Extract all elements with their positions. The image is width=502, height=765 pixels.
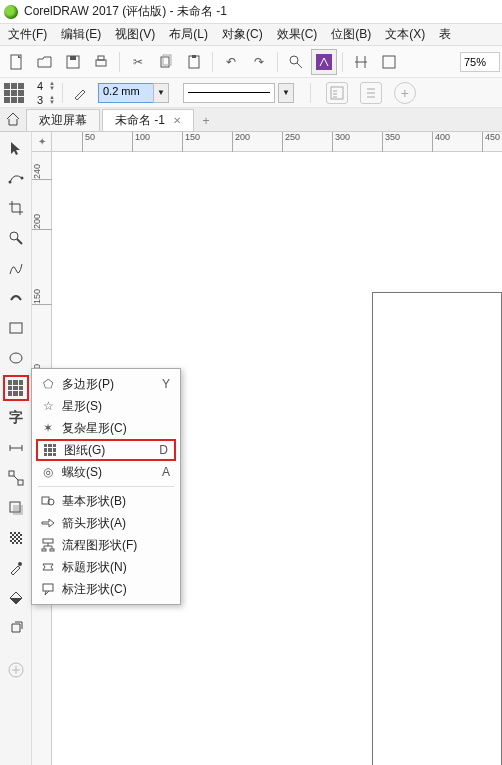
arrow-shapes-icon [38, 516, 58, 530]
interactive-fill-tool[interactable] [4, 586, 28, 610]
menu-item-label: 螺纹(S) [62, 464, 154, 481]
menu-item-flowchart-shapes[interactable]: 流程图形状(F) [32, 534, 180, 556]
menu-item-polygon[interactable]: ⬠ 多边形(P) Y [32, 373, 180, 395]
artistic-media-tool[interactable] [4, 286, 28, 310]
object-properties-button[interactable] [360, 82, 382, 104]
parallel-dimension-tool[interactable] [4, 436, 28, 460]
crop-tool[interactable] [4, 196, 28, 220]
svg-point-37 [18, 562, 22, 566]
save-button[interactable] [60, 49, 86, 75]
svg-rect-8 [192, 55, 196, 58]
horizontal-ruler[interactable]: 50 100 150 200 250 300 350 400 450 [52, 132, 502, 152]
menu-item-banner-shapes[interactable]: 标题形状(N) [32, 556, 180, 578]
tab-close-icon[interactable]: ✕ [173, 115, 181, 126]
svg-rect-33 [13, 505, 23, 515]
spiral-icon: ◎ [38, 465, 58, 479]
freehand-tool[interactable] [4, 256, 28, 280]
paste-button[interactable] [181, 49, 207, 75]
window-title: CorelDRAW 2017 (评估版) - 未命名 -1 [24, 3, 227, 20]
align-button[interactable] [348, 49, 374, 75]
quick-customize-button[interactable] [4, 658, 28, 682]
drop-shadow-tool[interactable] [4, 496, 28, 520]
ruler-origin-icon[interactable]: ✦ [32, 132, 52, 152]
svg-rect-3 [96, 60, 106, 66]
new-button[interactable] [4, 49, 30, 75]
tab-document[interactable]: 未命名 -1✕ [102, 109, 194, 131]
print-button[interactable] [88, 49, 114, 75]
hruler-tick: 100 [132, 132, 150, 152]
outline-width-dropdown-icon[interactable]: ▼ [153, 83, 169, 103]
menu-table[interactable]: 表 [439, 26, 451, 43]
document-tabs: 欢迎屏幕 未命名 -1✕ + [0, 108, 502, 132]
home-tab-icon[interactable] [0, 107, 26, 131]
menu-layout[interactable]: 布局(L) [169, 26, 208, 43]
cols-down-icon[interactable]: ▼ [49, 86, 55, 91]
zoom-tool[interactable] [4, 226, 28, 250]
svg-point-9 [290, 56, 298, 64]
publish-button[interactable] [311, 49, 337, 75]
svg-rect-43 [43, 539, 53, 543]
tab-welcome[interactable]: 欢迎屏幕 [26, 109, 100, 131]
pick-tool[interactable] [4, 136, 28, 160]
shape-tool[interactable] [4, 166, 28, 190]
grid-cols-value[interactable]: 4 [32, 80, 48, 92]
connector-tool[interactable] [4, 466, 28, 490]
svg-rect-29 [9, 471, 14, 476]
options-button[interactable] [376, 49, 402, 75]
add-button[interactable]: + [394, 82, 416, 104]
new-tab-button[interactable]: + [196, 111, 216, 131]
open-button[interactable] [32, 49, 58, 75]
outline-width-input[interactable]: 0.2 mm [98, 83, 154, 103]
menu-object[interactable]: 对象(C) [222, 26, 263, 43]
smart-fill-tool[interactable] [4, 616, 28, 640]
menu-separator [38, 486, 174, 487]
menu-item-complex-star[interactable]: ✶ 复杂星形(C) [32, 417, 180, 439]
menu-effect[interactable]: 效果(C) [277, 26, 318, 43]
rectangle-tool[interactable] [4, 316, 28, 340]
callout-shapes-icon [38, 582, 58, 596]
zoom-input[interactable] [460, 52, 500, 72]
menu-item-arrow-shapes[interactable]: 箭头形状(A) [32, 512, 180, 534]
hruler-tick: 450 [482, 132, 500, 152]
menu-item-basic-shapes[interactable]: 基本形状(B) [32, 490, 180, 512]
undo-button[interactable]: ↶ [218, 49, 244, 75]
page-boundary [372, 292, 502, 765]
wrap-text-button[interactable] [326, 82, 348, 104]
menu-view[interactable]: 视图(V) [115, 26, 155, 43]
menu-item-spiral[interactable]: ◎ 螺纹(S) A [32, 461, 180, 483]
menu-file[interactable]: 文件(F) [8, 26, 47, 43]
transparency-tool[interactable] [4, 526, 28, 550]
menu-item-label: 复杂星形(C) [62, 420, 154, 437]
menu-text[interactable]: 文本(X) [385, 26, 425, 43]
color-eyedropper-tool[interactable] [4, 556, 28, 580]
svg-point-22 [10, 232, 18, 240]
line-style-selector[interactable] [183, 83, 275, 103]
toolbox: 字 [0, 132, 32, 765]
menu-item-star[interactable]: ☆ 星形(S) [32, 395, 180, 417]
menu-shortcut: Y [154, 377, 170, 391]
banner-shapes-icon [38, 560, 58, 574]
svg-point-20 [8, 181, 11, 184]
grid-rows-value[interactable]: 3 [32, 94, 48, 106]
ellipse-tool[interactable] [4, 346, 28, 370]
svg-line-23 [17, 239, 22, 244]
cut-button[interactable]: ✂ [125, 49, 151, 75]
redo-button[interactable]: ↷ [246, 49, 272, 75]
hruler-tick: 350 [382, 132, 400, 152]
menu-bitmap[interactable]: 位图(B) [331, 26, 371, 43]
search-button[interactable] [283, 49, 309, 75]
polygon-tool[interactable] [4, 376, 28, 400]
menu-item-label: 流程图形状(F) [62, 537, 170, 554]
hruler-tick: 200 [232, 132, 250, 152]
line-style-dropdown-icon[interactable]: ▼ [278, 83, 294, 103]
hruler-tick: 250 [282, 132, 300, 152]
copy-button[interactable] [153, 49, 179, 75]
text-tool[interactable]: 字 [4, 406, 28, 430]
menu-item-callout-shapes[interactable]: 标注形状(C) [32, 578, 180, 600]
rows-down-icon[interactable]: ▼ [49, 100, 55, 105]
flowchart-shapes-icon [38, 538, 58, 552]
menu-shortcut: A [154, 465, 170, 479]
menu-item-graph-paper[interactable]: 图纸(G) D [36, 439, 176, 461]
svg-line-10 [297, 63, 302, 68]
menu-edit[interactable]: 编辑(E) [61, 26, 101, 43]
